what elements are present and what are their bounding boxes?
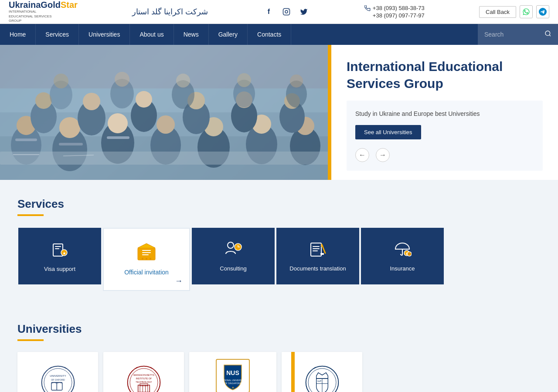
- universities-section: Universities ← UNIVERSITY OF OXFORD: [0, 314, 558, 392]
- svg-point-28: [83, 93, 100, 110]
- svg-point-40: [115, 72, 129, 87]
- svg-point-44: [237, 73, 251, 87]
- svg-point-62: [228, 242, 234, 248]
- svg-text:MASSACHUSETTS: MASSACHUSETTS: [133, 374, 154, 376]
- svg-point-61: [150, 258, 151, 260]
- hero-section: International Educational Services Group…: [0, 45, 558, 180]
- svg-point-73: [407, 252, 412, 256]
- svg-text:✦: ✦: [231, 386, 235, 390]
- svg-point-38: [54, 74, 68, 88]
- svg-rect-64: [311, 243, 321, 256]
- logo-subtitle: INTERNATIONAL EDUCATIONAL SERVICES GROUP: [9, 10, 61, 23]
- svg-rect-70: [320, 253, 324, 255]
- svg-rect-65: [313, 246, 320, 247]
- nav-item-home[interactable]: Home: [0, 24, 36, 45]
- invitation-icon: [136, 241, 157, 264]
- nav-item-contacts[interactable]: Contacts: [248, 24, 291, 45]
- svg-rect-52: [55, 248, 59, 249]
- hero-accent-bar: [328, 45, 331, 180]
- service-card-visa[interactable]: ★ Visa support: [18, 228, 101, 284]
- search-bar: [478, 24, 558, 45]
- visa-label: Visa support: [44, 266, 75, 272]
- hero-subtitle-area: Study in Ukraine and Europe best Univers…: [347, 101, 543, 171]
- oxford-logo: UNIVERSITY OF OXFORD ✦ ✦ ✦: [36, 361, 80, 392]
- universities-accent-bar: [291, 352, 295, 392]
- svg-point-42: [176, 74, 190, 88]
- svg-point-83: [130, 368, 158, 392]
- svg-point-1: [285, 10, 288, 13]
- svg-point-11: [59, 117, 80, 138]
- svg-point-2: [288, 10, 289, 10]
- phone1: +38 (093) 588-38-73: [364, 5, 425, 11]
- hero-prev-arrow[interactable]: ←: [355, 148, 369, 162]
- service-card-insurance[interactable]: $ Insurance: [361, 228, 444, 284]
- instagram-icon[interactable]: [280, 6, 293, 18]
- svg-point-30: [136, 91, 152, 108]
- nus-logo: NUS NATIONAL UNIVERSITY OF SINGAPORE ✦: [215, 358, 250, 392]
- phone2: +38 (097) 097-77-97: [364, 12, 425, 19]
- nav-item-news[interactable]: News: [174, 24, 209, 45]
- services-underline: [17, 214, 44, 216]
- svg-point-13: [108, 113, 128, 133]
- svg-point-46: [290, 74, 303, 88]
- svg-rect-51: [55, 246, 61, 247]
- universities-underline: [17, 339, 44, 341]
- hero-subtitle: Study in Ukraine and Europe best Univers…: [355, 109, 534, 118]
- svg-text:NUS: NUS: [226, 369, 239, 376]
- university-card-oxford[interactable]: UNIVERSITY OF OXFORD ✦ ✦ ✦ Great Britain: [17, 352, 98, 392]
- services-title: Services: [17, 197, 541, 211]
- svg-text:UNIVERSITY: UNIVERSITY: [50, 374, 66, 377]
- svg-rect-67: [313, 250, 318, 251]
- service-card-consulting[interactable]: Consulting: [192, 228, 275, 284]
- services-grid: ★ Visa support: [17, 227, 541, 292]
- documents-icon: [309, 241, 327, 261]
- university-card-nus[interactable]: NUS NATIONAL UNIVERSITY OF SINGAPORE ✦: [189, 352, 276, 392]
- toronto-logo: UofT: [300, 361, 344, 392]
- svg-text:TECHNOLOGY: TECHNOLOGY: [136, 381, 152, 383]
- university-card-mit[interactable]: MASSACHUSETTS INSTITUTE OF TECHNOLOGY: [103, 352, 184, 392]
- logo-area: UkrainaGoldStar INTERNATIONAL EDUCATIONA…: [9, 0, 78, 23]
- services-section: Services ★ Visa support: [0, 180, 558, 314]
- facebook-icon[interactable]: f: [263, 6, 275, 18]
- svg-text:NATIONAL UNIVERSITY: NATIONAL UNIVERSITY: [221, 379, 245, 382]
- svg-text:OF SINGAPORE: OF SINGAPORE: [225, 382, 242, 385]
- svg-rect-22: [15, 139, 37, 141]
- see-all-universities-button[interactable]: See all Universities: [355, 125, 421, 139]
- svg-rect-88: [140, 384, 148, 386]
- svg-text:★: ★: [62, 251, 66, 256]
- header-actions: Call Back: [479, 5, 549, 18]
- callback-button[interactable]: Call Back: [479, 6, 516, 18]
- hero-info-panel: International Educational Services Group…: [331, 45, 558, 180]
- svg-point-59: [142, 258, 143, 260]
- hero-next-arrow[interactable]: →: [376, 148, 390, 162]
- visa-icon: ★: [51, 240, 68, 261]
- universities-carousel-wrapper: ← UNIVERSITY OF OXFORD: [17, 352, 541, 392]
- svg-text:UofT: UofT: [317, 380, 321, 382]
- service-card-documents[interactable]: Documents translation: [276, 228, 359, 284]
- universities-title: Universities: [17, 322, 541, 336]
- phone-area: +38 (093) 588-38-73 +38 (097) 097-77-97: [364, 5, 425, 19]
- svg-point-26: [35, 92, 52, 109]
- service-card-invitation[interactable]: Official invitation →: [103, 228, 190, 291]
- company-arabic-name: شرکت اکراینا گلد استار: [132, 7, 208, 17]
- universities-grid: UNIVERSITY OF OXFORD ✦ ✦ ✦ Great Britain: [17, 352, 541, 392]
- svg-rect-66: [313, 248, 320, 249]
- nav-item-about[interactable]: About us: [130, 24, 174, 45]
- search-input[interactable]: [484, 31, 541, 38]
- insurance-icon: $: [393, 241, 412, 261]
- nav-item-universities[interactable]: Universities: [79, 24, 130, 45]
- mit-logo: MASSACHUSETTS INSTITUTE OF TECHNOLOGY: [122, 361, 166, 392]
- hero-image: [0, 45, 331, 180]
- svg-rect-24: [107, 136, 129, 139]
- whatsapp-icon[interactable]: [520, 5, 533, 18]
- nav-item-gallery[interactable]: Gallery: [209, 24, 248, 45]
- svg-rect-57: [142, 252, 151, 253]
- search-icon[interactable]: [544, 30, 551, 39]
- svg-rect-56: [142, 250, 151, 251]
- header: UkrainaGoldStar INTERNATIONAL EDUCATIONA…: [0, 0, 558, 24]
- telegram-icon[interactable]: [536, 5, 549, 18]
- nav-item-services[interactable]: Services: [36, 24, 79, 45]
- twitter-icon[interactable]: [298, 6, 310, 18]
- svg-rect-87: [138, 385, 150, 392]
- svg-text:INSTITUTE OF: INSTITUTE OF: [136, 377, 152, 380]
